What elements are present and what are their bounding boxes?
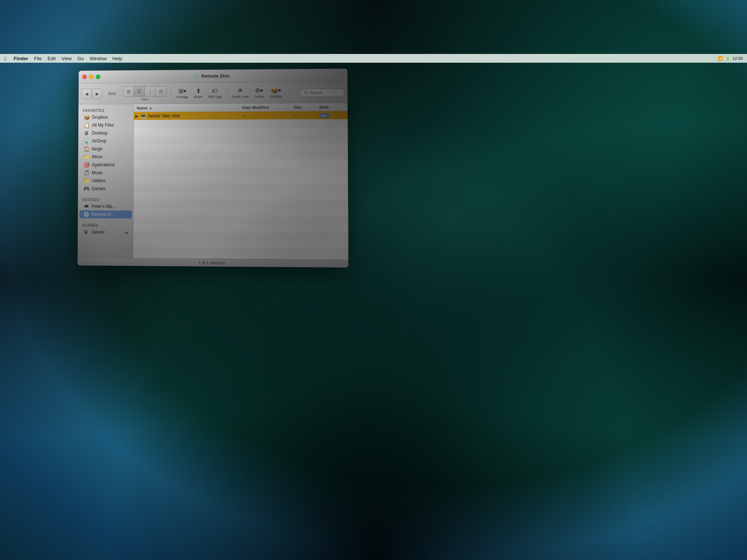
dropbox-icon: 📦▾ — [271, 87, 281, 94]
sidebar-item-games[interactable]: 🎮 Games — [80, 185, 132, 193]
column-name-header[interactable]: Name ▲ — [134, 105, 241, 110]
file-row-icon: 💻 — [140, 113, 146, 119]
empty-row — [133, 215, 348, 225]
window-title-text: Remote Disc — [201, 73, 230, 79]
edit-tags-icon: 🏷 — [212, 88, 218, 94]
title-bar: 💿 Remote Disc ⤢ — [79, 69, 348, 83]
forward-button[interactable]: ▶ — [92, 89, 102, 99]
sidebar-imore-label: iMore — [92, 154, 102, 159]
disclosure-arrow[interactable]: ▶ — [135, 114, 138, 118]
action-button[interactable]: ⚙▾ Action — [252, 86, 266, 100]
dropbox-label: Dropbox — [270, 94, 282, 98]
menu-view[interactable]: View — [62, 56, 72, 61]
sidebar-remote-disc-label: Remote D... — [92, 212, 115, 217]
sidebar-applications-label: Applications — [92, 162, 115, 167]
coverflow-view-button[interactable]: ⊟ — [155, 86, 166, 96]
sidebar-airdrop-label: AirDrop — [92, 139, 107, 144]
file-list: Name ▲ Date Modified Size Kind ▶ 💻 James… — [133, 103, 348, 260]
empty-row — [133, 200, 348, 209]
sidebar-all-my-files-label: All My Files — [92, 122, 114, 128]
eject-icon[interactable]: ⏏ — [125, 230, 128, 234]
sidebar-item-desktop[interactable]: 🖥 Desktop — [80, 129, 132, 137]
file-row-kind: Mac — [318, 113, 348, 117]
resize-button[interactable]: ⤢ — [340, 73, 344, 77]
sidebar-utilities-label: Utilities — [92, 178, 105, 183]
sidebar-games-label: Games — [92, 186, 105, 191]
maximize-button[interactable] — [96, 74, 100, 79]
james-mac-icon: 🖥 — [83, 229, 89, 235]
empty-row — [133, 207, 348, 216]
share-label: Share — [194, 95, 202, 99]
applications-icon: 🎯 — [83, 162, 90, 168]
stripe-rows — [133, 119, 348, 260]
empty-row — [133, 184, 348, 192]
column-date-header[interactable]: Date Modified — [241, 105, 292, 110]
sidebar-item-imore[interactable]: 📁 iMore — [80, 153, 132, 161]
sidebar-item-all-my-files[interactable]: 📋 All My Files — [80, 121, 132, 129]
minimize-button[interactable] — [89, 74, 94, 79]
empty-row — [134, 135, 348, 144]
view-buttons: ⊞ ☰ ⋮ ⊟ — [123, 86, 167, 97]
back-button[interactable]: ◀ — [81, 89, 91, 99]
kind-badge: Mac — [320, 113, 329, 118]
empty-row — [134, 143, 348, 152]
quick-look-icon: 👁 — [237, 88, 243, 94]
column-size-header[interactable]: Size — [292, 105, 318, 109]
desktop-icon: 🖥 — [83, 130, 90, 136]
menu-go[interactable]: Go — [78, 56, 84, 61]
edit-tags-label: Edit Tags — [208, 95, 222, 98]
apple-menu[interactable]:  — [4, 55, 6, 62]
favorites-section-label: FAVORITES — [78, 106, 133, 113]
share-button[interactable]: ⬆ Share — [191, 86, 205, 100]
view-label: View — [141, 97, 148, 101]
sidebar-music-label: Music — [92, 170, 103, 175]
sidebar-item-remote-disc[interactable]: 💿 Remote D... — [79, 210, 132, 218]
icon-view-button[interactable]: ⊞ — [123, 86, 134, 97]
file-row[interactable]: ▶ 💻 James' Mac mini — — Mac — [134, 111, 348, 120]
quick-look-button[interactable]: 👁 Quick Look — [230, 86, 251, 100]
utilities-icon: 📁 — [83, 178, 90, 184]
arrange-icon: ⊞▾ — [178, 88, 186, 94]
close-button[interactable] — [82, 75, 87, 79]
empty-row — [134, 119, 348, 128]
file-list-header: Name ▲ Date Modified Size Kind — [134, 103, 348, 112]
empty-row — [134, 127, 348, 136]
flargh-icon: 🏠 — [83, 146, 90, 152]
dropbox-toolbar-button[interactable]: 📦▾ Dropbox — [267, 85, 284, 100]
column-view-button[interactable]: ⋮ — [145, 86, 156, 96]
menu-bar:  Finder File Edit View Go Window Help 📶… — [0, 54, 747, 63]
sidebar: FAVORITES 📦 Dropbox 📋 All My Files 🖥 Des… — [78, 104, 134, 258]
sidebar-item-applications[interactable]: 🎯 Applications — [80, 161, 132, 169]
sidebar-item-dropbox[interactable]: 📦 Dropbox — [80, 113, 132, 121]
empty-row — [133, 192, 348, 200]
column-kind-header[interactable]: Kind — [318, 105, 348, 109]
search-box[interactable]: 🔍 — [300, 88, 345, 97]
sidebar-item-airdrop[interactable]: 📡 AirDrop — [80, 137, 132, 145]
menu-file[interactable]: File — [34, 56, 42, 61]
sidebar-item-flargh[interactable]: 🏠 flargh — [80, 145, 132, 153]
edit-tags-button[interactable]: 🏷 Edit Tags — [206, 86, 224, 100]
toolbar: ◀ ▶ Back ⊞ ☰ ⋮ ⊟ View ⊞▾ Arrange ⬆ Share — [78, 82, 348, 104]
menu-edit[interactable]: Edit — [47, 56, 55, 61]
menu-help[interactable]: Help — [112, 56, 122, 61]
devices-section-label: DEVICES — [78, 195, 133, 202]
quick-look-label: Quick Look — [232, 95, 249, 98]
empty-row — [133, 168, 348, 176]
status-text: 1 of 1 selected — [198, 260, 225, 265]
back-label: Back — [106, 90, 119, 97]
file-row-name: ▶ 💻 James' Mac mini — [134, 113, 241, 119]
sidebar-dropbox-label: Dropbox — [92, 115, 108, 120]
menu-window[interactable]: Window — [90, 56, 107, 61]
action-label: Action — [255, 95, 264, 98]
sidebar-flargh-label: flargh — [92, 147, 103, 152]
all-files-icon: 📋 — [83, 122, 90, 128]
sidebar-item-james[interactable]: 🖥 James'... ⏏ — [79, 228, 132, 237]
list-view-button[interactable]: ☰ — [134, 86, 145, 96]
sidebar-item-peters-mac[interactable]: 💻 Peter's Ma... — [79, 202, 132, 210]
sidebar-item-music[interactable]: 🎵 Music — [80, 169, 132, 177]
arrange-button[interactable]: ⊞▾ Arrange — [174, 86, 190, 100]
search-input[interactable] — [309, 90, 342, 95]
menu-finder[interactable]: Finder — [13, 56, 28, 61]
airdrop-icon: 📡 — [83, 138, 90, 144]
sidebar-item-utilities[interactable]: 📁 Utilities — [80, 177, 132, 185]
